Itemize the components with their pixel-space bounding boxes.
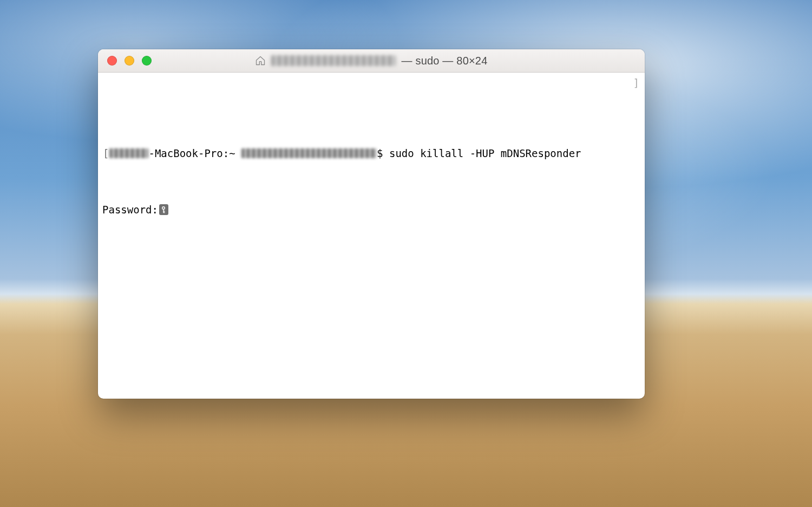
password-prompt: Password: <box>102 203 158 217</box>
close-button[interactable] <box>107 56 117 66</box>
desktop-wallpaper: — sudo — 80×24 ] [ -MacBook-Pro:~ $ sudo… <box>0 0 812 507</box>
password-line: Password: <box>102 203 640 217</box>
zoom-button[interactable] <box>142 56 152 66</box>
home-icon <box>255 55 266 66</box>
window-title-redacted <box>271 55 396 66</box>
line-close-bracket: ] <box>633 76 639 90</box>
traffic-lights <box>98 56 152 66</box>
prompt-line: [ -MacBook-Pro:~ $ sudo killall -HUP mDN… <box>102 146 640 160</box>
terminal-content[interactable]: ] [ -MacBook-Pro:~ $ sudo killall -HUP m… <box>98 73 645 399</box>
prompt-host-suffix: -MacBook-Pro:~ <box>148 146 241 160</box>
window-titlebar[interactable]: — sudo — 80×24 <box>98 49 645 73</box>
terminal-window[interactable]: — sudo — 80×24 ] [ -MacBook-Pro:~ $ sudo… <box>98 49 645 399</box>
username-redacted <box>241 148 377 158</box>
line-open-bracket: [ <box>102 146 109 160</box>
command-text: sudo killall -HUP mDNSResponder <box>389 146 581 160</box>
window-title-suffix: — sudo — 80×24 <box>401 55 487 67</box>
key-icon <box>159 204 168 215</box>
prompt-symbol: $ <box>377 146 389 160</box>
window-title: — sudo — 80×24 <box>98 49 645 72</box>
minimize-button[interactable] <box>125 56 134 66</box>
hostname-redacted <box>109 148 148 158</box>
